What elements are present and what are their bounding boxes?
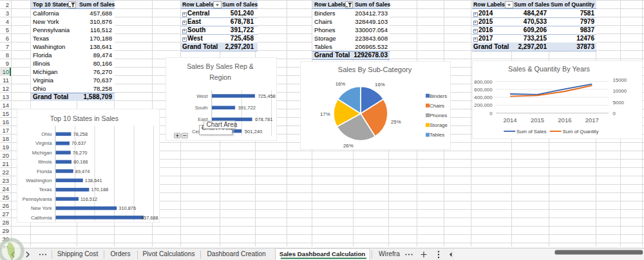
svg-text:78,258: 78,258 [73,131,88,137]
svg-text:Florida: Florida [37,169,52,174]
svg-text:138,641: 138,641 [85,178,102,183]
svg-text:Chart Area: Chart Area [207,121,238,128]
svg-text:501,240: 501,240 [245,129,262,135]
svg-text:89,474: 89,474 [75,169,90,174]
svg-text:76,270: 76,270 [73,150,88,156]
svg-text:116,512: 116,512 [80,196,97,202]
svg-text:Region: Region [209,73,231,81]
svg-text:Tables: Tables [430,132,444,138]
svg-text:80,166: 80,166 [73,159,88,165]
svg-text:391,722: 391,722 [238,105,256,111]
svg-text:16%: 16% [336,81,346,87]
svg-text:Top 10 States in Sales: Top 10 States in Sales [50,115,118,122]
svg-text:2016: 2016 [558,116,571,124]
svg-text:Sum of Quantity: Sum of Quantity [563,129,599,135]
svg-text:800,000: 800,000 [474,79,493,85]
svg-text:Storage: Storage [430,122,448,128]
svg-text:Sales By Sub-Category: Sales By Sub-Category [338,66,412,73]
svg-text:600,000: 600,000 [474,87,493,93]
svg-text:Ohio: Ohio [41,131,52,137]
svg-text:17%: 17% [320,111,330,117]
svg-text:Binders: Binders [430,93,447,99]
svg-text:2015: 2015 [531,116,544,124]
svg-text:South: South [195,105,208,111]
svg-text:Washington: Washington [26,178,52,183]
svg-text:California: California [31,215,52,221]
svg-text:Illinois: Illinois [38,159,52,165]
svg-text:10000: 10000 [613,88,627,94]
svg-text:16%: 16% [375,82,385,88]
svg-text:170,188: 170,188 [91,187,108,192]
svg-text:Michigan: Michigan [32,150,52,156]
svg-text:70,637: 70,637 [71,140,86,146]
svg-text:25%: 25% [391,119,401,125]
svg-text:200,000: 200,000 [474,102,493,108]
svg-text:5000: 5000 [613,100,625,106]
svg-text:400,000: 400,000 [474,95,493,100]
svg-text:0: 0 [613,111,616,116]
svg-text:725,458: 725,458 [258,93,275,99]
svg-text:West: West [196,93,208,99]
svg-text:Texas: Texas [39,187,52,192]
svg-text:2014: 2014 [504,116,517,124]
svg-text:Sum of Sales: Sum of Sales [516,129,546,135]
svg-text:0: 0 [489,111,493,116]
svg-text:Pennsylvania: Pennsylvania [23,196,52,202]
svg-text:Chairs: Chairs [430,103,444,109]
svg-text:678,781: 678,781 [255,116,272,122]
svg-text:457,688: 457,688 [141,215,158,221]
svg-text:New York: New York [31,205,52,211]
svg-text:310,876: 310,876 [118,205,136,211]
svg-text:26%: 26% [343,143,354,149]
svg-text:Phones: Phones [430,113,447,118]
svg-text:Virginia: Virginia [35,140,52,146]
svg-text:15000: 15000 [613,77,627,83]
svg-text:2017: 2017 [585,116,599,124]
svg-text:Sales & Quantity By Years: Sales & Quantity By Years [508,65,591,73]
svg-text:Sales By Sales Rep &: Sales By Sales Rep & [187,62,254,70]
